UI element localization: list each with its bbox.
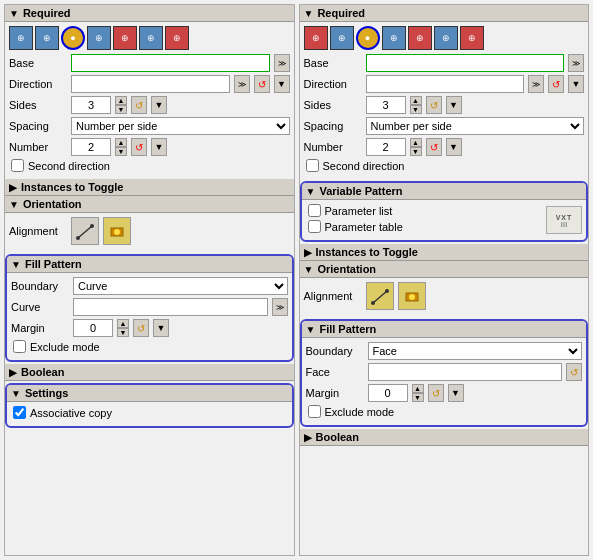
right-tool-icon-1[interactable]: ⊕ xyxy=(304,26,328,50)
left-margin-down[interactable]: ▼ xyxy=(117,328,129,337)
left-base-input[interactable] xyxy=(71,54,270,72)
right-face-yellow[interactable]: ↺ xyxy=(566,363,582,381)
left-direction-arrow[interactable]: ▼ xyxy=(274,75,290,93)
right-orientation-header[interactable]: ▼ Orientation xyxy=(300,261,589,278)
right-number-spin[interactable]: ▲ ▼ xyxy=(410,138,422,156)
right-margin-arrow[interactable]: ▼ xyxy=(448,384,464,402)
left-margin-input[interactable] xyxy=(73,319,113,337)
left-tool-icon-3[interactable]: ● xyxy=(61,26,85,50)
left-spacing-select[interactable]: Number per side xyxy=(71,117,290,135)
left-sides-down[interactable]: ▼ xyxy=(115,105,127,114)
left-tool-icon-7[interactable]: ⊕ xyxy=(165,26,189,50)
left-boolean-header[interactable]: ▶ Boolean xyxy=(5,364,294,381)
left-direction-input[interactable] xyxy=(71,75,230,93)
left-tool-icon-2[interactable]: ⊕ xyxy=(35,26,59,50)
left-second-direction-check[interactable] xyxy=(11,159,24,172)
right-base-input[interactable] xyxy=(366,54,565,72)
left-fill-pattern-header[interactable]: ▼ Fill Pattern xyxy=(7,256,292,273)
right-sides-arrow[interactable]: ▼ xyxy=(446,96,462,114)
right-second-direction-check[interactable] xyxy=(306,159,319,172)
left-direction-double-arrow[interactable]: ≫ xyxy=(234,75,250,93)
right-param-list-check[interactable] xyxy=(308,204,321,217)
right-spacing-select[interactable]: Number per side xyxy=(366,117,585,135)
right-boolean-header[interactable]: ▶ Boolean xyxy=(300,429,589,446)
left-direction-red-arrow[interactable]: ↺ xyxy=(254,75,270,93)
right-align-icon-1[interactable] xyxy=(366,282,394,310)
right-fill-pattern-header[interactable]: ▼ Fill Pattern xyxy=(302,321,587,338)
left-boundary-select[interactable]: Curve Face xyxy=(73,277,288,295)
right-vxt-icon[interactable]: VXT |||| xyxy=(546,206,582,234)
left-number-arrow[interactable]: ▼ xyxy=(151,138,167,156)
right-tool-icon-2[interactable]: ⊕ xyxy=(330,26,354,50)
left-sides-arrow[interactable]: ▼ xyxy=(151,96,167,114)
right-number-down[interactable]: ▼ xyxy=(410,147,422,156)
left-sides-up[interactable]: ▲ xyxy=(115,96,127,105)
right-margin-yellow[interactable]: ↺ xyxy=(428,384,444,402)
left-number-input[interactable] xyxy=(71,138,111,156)
right-base-label: Base xyxy=(304,57,362,69)
left-orientation-header[interactable]: ▼ Orientation xyxy=(5,196,294,213)
left-instances-header[interactable]: ▶ Instances to Toggle xyxy=(5,179,294,196)
right-variable-pattern-inner: Parameter list Parameter table VXT |||| xyxy=(306,204,583,236)
right-number-up[interactable]: ▲ xyxy=(410,138,422,147)
right-align-icon-2[interactable] xyxy=(398,282,426,310)
right-direction-double-arrow[interactable]: ≫ xyxy=(528,75,544,93)
right-sides-yellow[interactable]: ↺ xyxy=(426,96,442,114)
left-curve-input[interactable] xyxy=(73,298,268,316)
right-margin-up[interactable]: ▲ xyxy=(412,384,424,393)
left-associative-check[interactable] xyxy=(13,406,26,419)
left-number-red[interactable]: ↺ xyxy=(131,138,147,156)
right-boundary-select[interactable]: Curve Face xyxy=(368,342,583,360)
right-number-arrow[interactable]: ▼ xyxy=(446,138,462,156)
left-margin-up[interactable]: ▲ xyxy=(117,319,129,328)
right-base-double-arrow[interactable]: ≫ xyxy=(568,54,584,72)
right-boolean-label: Boolean xyxy=(316,431,359,443)
right-number-input[interactable] xyxy=(366,138,406,156)
right-sides-down[interactable]: ▼ xyxy=(410,105,422,114)
right-margin-down[interactable]: ▼ xyxy=(412,393,424,402)
right-exclude-mode-check[interactable] xyxy=(308,405,321,418)
right-tool-icon-3[interactable]: ● xyxy=(356,26,380,50)
svg-point-6 xyxy=(371,301,375,305)
left-sides-yellow[interactable]: ↺ xyxy=(131,96,147,114)
left-base-double-arrow[interactable]: ≫ xyxy=(274,54,290,72)
right-tool-icon-4[interactable]: ⊕ xyxy=(382,26,406,50)
left-exclude-mode-check[interactable] xyxy=(13,340,26,353)
right-face-input[interactable] xyxy=(368,363,563,381)
right-tool-icon-5[interactable]: ⊕ xyxy=(408,26,432,50)
left-tool-icon-4[interactable]: ⊕ xyxy=(87,26,111,50)
left-boundary-row: Boundary Curve Face xyxy=(11,277,288,295)
right-margin-spin[interactable]: ▲ ▼ xyxy=(412,384,424,402)
left-settings-header[interactable]: ▼ Settings xyxy=(7,385,292,402)
left-margin-arrow[interactable]: ▼ xyxy=(153,319,169,337)
right-instances-header[interactable]: ▶ Instances to Toggle xyxy=(300,244,589,261)
right-tool-icon-6[interactable]: ⊕ xyxy=(434,26,458,50)
left-curve-double-arrow[interactable]: ≫ xyxy=(272,298,288,316)
right-direction-arrow[interactable]: ▼ xyxy=(568,75,584,93)
left-sides-spin[interactable]: ▲ ▼ xyxy=(115,96,127,114)
right-tool-icon-7[interactable]: ⊕ xyxy=(460,26,484,50)
right-variable-pattern-header[interactable]: ▼ Variable Pattern xyxy=(302,183,587,200)
right-param-table-check[interactable] xyxy=(308,220,321,233)
left-margin-spin[interactable]: ▲ ▼ xyxy=(117,319,129,337)
right-margin-input[interactable] xyxy=(368,384,408,402)
right-number-red[interactable]: ↺ xyxy=(426,138,442,156)
right-direction-red-arrow[interactable]: ↺ xyxy=(548,75,564,93)
left-sides-input[interactable] xyxy=(71,96,111,114)
left-required-header[interactable]: ▼ Required xyxy=(5,5,294,22)
left-tool-icon-5[interactable]: ⊕ xyxy=(113,26,137,50)
left-number-down[interactable]: ▼ xyxy=(115,147,127,156)
left-number-up[interactable]: ▲ xyxy=(115,138,127,147)
right-sides-input[interactable] xyxy=(366,96,406,114)
left-align-icon-1[interactable] xyxy=(71,217,99,245)
right-alignment-row: Alignment xyxy=(304,282,585,310)
right-direction-input[interactable] xyxy=(366,75,525,93)
right-required-header[interactable]: ▼ Required xyxy=(300,5,589,22)
right-sides-spin[interactable]: ▲ ▼ xyxy=(410,96,422,114)
right-sides-up[interactable]: ▲ xyxy=(410,96,422,105)
left-tool-icon-6[interactable]: ⊕ xyxy=(139,26,163,50)
left-number-spin[interactable]: ▲ ▼ xyxy=(115,138,127,156)
left-tool-icon-1[interactable]: ⊕ xyxy=(9,26,33,50)
left-align-icon-2[interactable] xyxy=(103,217,131,245)
left-margin-yellow[interactable]: ↺ xyxy=(133,319,149,337)
